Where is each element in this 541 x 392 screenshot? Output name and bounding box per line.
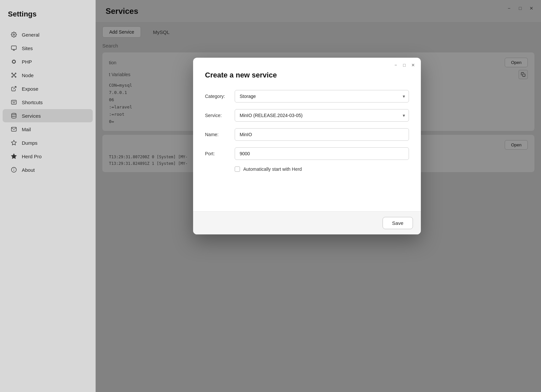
modal-titlebar: − □ ✕	[193, 58, 421, 68]
service-row: Service: MinIO (RELEASE.2024-03-05) ▾	[205, 109, 409, 122]
modal-body: Create a new service Category: Storage ▾…	[193, 68, 421, 172]
sidebar-item-label: Herd Pro	[22, 154, 42, 159]
info-icon	[11, 166, 17, 173]
app-container: Settings General Sites	[0, 0, 541, 392]
svg-line-24	[13, 76, 13, 76]
sidebar-item-label: Expose	[22, 86, 38, 92]
name-row: Name:	[205, 128, 409, 141]
svg-marker-35	[12, 154, 17, 159]
gear-icon	[11, 31, 17, 38]
sidebar-item-sites[interactable]: Sites	[3, 42, 93, 55]
port-input[interactable]	[235, 147, 409, 160]
main-content: Services Add Service MySQL Search tion O…	[96, 0, 541, 392]
services-icon	[11, 112, 17, 119]
sidebar-item-general[interactable]: General	[3, 28, 93, 41]
svg-line-23	[15, 74, 15, 75]
sidebar-item-php[interactable]: PHP	[3, 55, 93, 68]
svg-point-20	[12, 76, 13, 77]
modal-close-button[interactable]: ✕	[410, 62, 416, 68]
sidebar-item-about[interactable]: About	[3, 163, 93, 176]
service-label: Service:	[205, 113, 235, 118]
modal-title: Create a new service	[205, 71, 409, 79]
modal-minimize-button[interactable]: −	[393, 62, 398, 68]
svg-rect-1	[12, 46, 17, 49]
node-icon	[11, 72, 17, 78]
sidebar-item-label: Node	[22, 73, 34, 78]
svg-point-18	[12, 73, 13, 74]
modal-footer: Save	[193, 211, 421, 234]
sidebar-item-herd-pro[interactable]: Herd Pro	[3, 150, 93, 163]
modal-maximize-button[interactable]: □	[402, 62, 407, 68]
auto-start-row: Automatically start with Herd	[205, 166, 409, 172]
category-select[interactable]: Storage	[235, 90, 409, 103]
sidebar-item-label: PHP	[22, 59, 32, 65]
sidebar-item-shortcuts[interactable]: Shortcuts	[3, 96, 93, 109]
auto-start-label: Automatically start with Herd	[243, 166, 302, 172]
svg-point-21	[15, 76, 16, 77]
sidebar-item-expose[interactable]: Expose	[3, 82, 93, 95]
expose-icon	[11, 85, 17, 92]
service-control: MinIO (RELEASE.2024-03-05) ▾	[235, 109, 409, 122]
app-title: Settings	[0, 7, 95, 28]
sidebar-item-node[interactable]: Node	[3, 69, 93, 82]
name-label: Name:	[205, 132, 235, 137]
svg-line-25	[15, 76, 15, 76]
svg-point-0	[13, 34, 15, 36]
name-input[interactable]	[235, 128, 409, 141]
svg-line-26	[14, 86, 16, 89]
svg-line-22	[13, 74, 13, 75]
category-control: Storage ▾	[235, 90, 409, 103]
dumps-icon	[11, 139, 17, 146]
shortcuts-icon	[11, 99, 17, 106]
svg-rect-4	[13, 60, 15, 63]
sidebar-item-label: About	[22, 167, 35, 173]
star-icon	[11, 153, 17, 160]
name-control	[235, 128, 409, 141]
svg-point-33	[12, 113, 16, 115]
port-control	[235, 147, 409, 160]
save-button[interactable]: Save	[383, 217, 413, 229]
mail-icon	[11, 126, 17, 133]
port-label: Port:	[205, 151, 235, 156]
sidebar-item-label: Mail	[22, 127, 31, 132]
sidebar-item-services[interactable]: Services	[3, 109, 93, 122]
svg-point-19	[15, 73, 16, 74]
service-select[interactable]: MinIO (RELEASE.2024-03-05)	[235, 109, 409, 122]
sidebar-item-label: Services	[22, 113, 41, 119]
sidebar-item-label: Shortcuts	[22, 100, 43, 105]
category-label: Category:	[205, 94, 235, 99]
category-row: Category: Storage ▾	[205, 90, 409, 103]
svg-rect-27	[12, 100, 17, 104]
svg-marker-34	[12, 140, 17, 145]
create-service-modal: − □ ✕ Create a new service Category: Sto…	[193, 58, 421, 234]
sidebar: Settings General Sites	[0, 0, 96, 392]
port-row: Port:	[205, 147, 409, 160]
monitor-icon	[11, 45, 17, 51]
sidebar-item-mail[interactable]: Mail	[3, 123, 93, 136]
sidebar-item-label: Dumps	[22, 140, 38, 146]
sidebar-item-dumps[interactable]: Dumps	[3, 136, 93, 149]
auto-start-checkbox[interactable]	[235, 166, 240, 172]
sidebar-item-label: General	[22, 32, 39, 38]
sidebar-item-label: Sites	[22, 45, 33, 51]
chip-icon	[11, 58, 17, 65]
